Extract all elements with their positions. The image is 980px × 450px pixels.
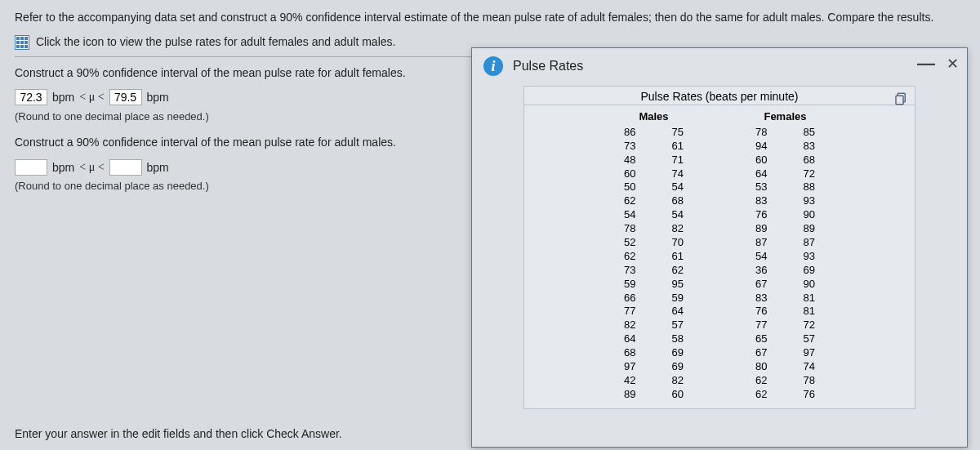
table-row: 60746472	[606, 167, 833, 181]
part2-upper-input[interactable]	[109, 159, 142, 176]
cell: 81	[785, 292, 832, 305]
info-icon: i	[483, 56, 503, 76]
cell: 53	[737, 180, 785, 194]
cell: 57	[654, 319, 702, 332]
cell: 83	[737, 292, 785, 305]
table-row: 62615493	[606, 250, 833, 264]
cell: 97	[606, 360, 653, 374]
cell: 78	[737, 126, 785, 140]
table-row: 52708787	[606, 236, 833, 250]
cell: 74	[785, 360, 832, 374]
table-row: 66598381	[606, 292, 833, 305]
cell: 58	[654, 332, 702, 346]
cell: 64	[606, 332, 653, 346]
cell: 72	[785, 167, 832, 181]
dialog-title: Pulse Rates	[513, 59, 583, 74]
cell: 69	[654, 346, 702, 360]
dialog-body: Pulse Rates (beats per minute) Males Fem…	[472, 86, 967, 443]
svg-rect-1	[896, 96, 903, 105]
cell: 57	[785, 332, 832, 346]
unit-bpm: bpm	[147, 158, 169, 176]
cell: 68	[606, 346, 653, 360]
cell: 81	[785, 305, 832, 319]
cell: 90	[785, 208, 832, 222]
table-row: 97698074	[606, 360, 833, 374]
cell: 88	[785, 180, 832, 194]
cell: 87	[737, 236, 785, 250]
cell: 62	[654, 264, 702, 278]
table-row: 64586557	[606, 332, 833, 346]
cell: 97	[785, 346, 832, 360]
cell: 82	[654, 374, 702, 388]
cell: 48	[606, 154, 653, 167]
table-row: 77647681	[606, 305, 833, 319]
table-row: 68696797	[606, 346, 833, 360]
table-row: 86757885	[606, 126, 833, 140]
cell: 76	[737, 208, 785, 222]
cell: 62	[606, 194, 653, 208]
pulse-rates-dialog: i Pulse Rates — ✕ Pulse Rates (beats per…	[471, 47, 968, 448]
cell: 82	[654, 222, 702, 236]
cell: 59	[654, 292, 702, 305]
cell: 69	[785, 264, 832, 278]
question-intro: Refer to the accompanying data set and c…	[15, 8, 965, 26]
cell: 82	[606, 319, 653, 332]
cell: 60	[606, 167, 653, 181]
cell: 65	[737, 332, 785, 346]
table-row: 54547690	[606, 208, 833, 222]
cell: 66	[606, 292, 653, 305]
cell: 86	[606, 126, 653, 140]
bottom-status: Enter your answer in the edit fields and…	[15, 427, 342, 440]
cell: 76	[785, 388, 832, 402]
table-row: 59956790	[606, 278, 833, 292]
cell: 67	[737, 278, 785, 292]
table-row: 73619483	[606, 140, 833, 154]
cell: 89	[606, 388, 653, 402]
part1-upper-input[interactable]	[109, 89, 142, 105]
table-icon	[15, 35, 29, 50]
cell: 85	[785, 126, 832, 140]
cell: 64	[654, 305, 702, 319]
copy-icon[interactable]	[893, 91, 908, 106]
data-link-text[interactable]: Click the icon to view the pulse rates f…	[36, 33, 395, 51]
unit-bpm: bpm	[52, 88, 74, 106]
close-icon[interactable]: ✕	[945, 55, 960, 73]
cell: 78	[785, 374, 832, 388]
cell: 59	[606, 278, 653, 292]
cell: 73	[606, 264, 653, 278]
mu-expr: < μ <	[79, 158, 104, 176]
cell: 54	[654, 180, 702, 194]
part2-lower-input[interactable]	[15, 159, 47, 176]
dialog-controls: — ✕	[915, 53, 960, 74]
males-header: Males	[606, 109, 702, 126]
cell: 71	[654, 154, 702, 167]
table-row: 42826278	[606, 374, 833, 388]
cell: 77	[737, 319, 785, 332]
data-table: Males Females 86757885736194834871606860…	[606, 109, 833, 402]
cell: 90	[785, 278, 832, 292]
cell: 87	[785, 236, 832, 250]
cell: 74	[654, 167, 702, 181]
data-box: Pulse Rates (beats per minute) Males Fem…	[523, 86, 915, 409]
cell: 54	[737, 250, 785, 264]
cell: 94	[737, 140, 785, 154]
cell: 62	[606, 250, 653, 264]
cell: 60	[737, 154, 785, 167]
cell: 61	[654, 250, 702, 264]
cell: 68	[654, 194, 702, 208]
cell: 62	[737, 374, 785, 388]
unit-bpm: bpm	[52, 158, 74, 176]
minimize-icon[interactable]: —	[915, 53, 937, 74]
part1-lower-input[interactable]	[15, 89, 47, 105]
cell: 61	[654, 140, 702, 154]
cell: 69	[654, 360, 702, 374]
cell: 50	[606, 180, 653, 194]
cell: 72	[785, 319, 832, 332]
cell: 67	[737, 346, 785, 360]
females-header: Females	[737, 109, 833, 126]
cell: 62	[737, 388, 785, 402]
table-row: 62688393	[606, 194, 833, 208]
cell: 60	[654, 388, 702, 402]
table-row: 48716068	[606, 154, 833, 167]
cell: 89	[737, 222, 785, 236]
